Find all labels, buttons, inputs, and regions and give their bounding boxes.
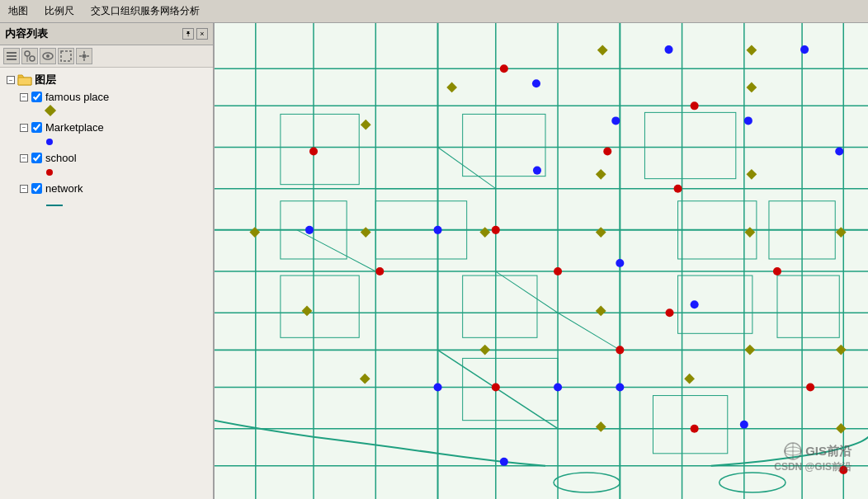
layer-row-network: − network	[17, 181, 213, 196]
svg-rect-14	[215, 23, 868, 499]
collapse-layers-button[interactable]: −	[7, 76, 15, 84]
menu-analysis[interactable]: 交叉口组织服务网络分析	[86, 2, 205, 20]
svg-rect-1	[7, 55, 17, 57]
close-icon: ×	[200, 30, 204, 38]
map-canvas	[215, 23, 868, 499]
options-icon[interactable]	[76, 48, 92, 64]
sidebar-controls: 🖈 ×	[182, 28, 208, 40]
collapse-icon-school: −	[22, 154, 26, 162]
svg-point-105	[773, 267, 781, 275]
svg-point-91	[691, 300, 699, 308]
svg-point-84	[532, 79, 540, 87]
svg-point-112	[603, 148, 611, 156]
menu-scale[interactable]: 比例尺	[40, 2, 79, 20]
collapse-school-button[interactable]: −	[20, 154, 28, 162]
layer-item-school: − school	[17, 150, 213, 181]
svg-point-109	[492, 384, 500, 392]
sidebar-title: 内容列表	[5, 26, 48, 41]
layer-row-marketplace: − Marketplace	[17, 120, 213, 135]
svg-point-101	[674, 185, 682, 193]
svg-point-9	[83, 54, 87, 59]
svg-point-106	[666, 308, 674, 317]
svg-point-99	[691, 101, 699, 110]
layer-name-network: network	[45, 182, 83, 195]
svg-point-96	[554, 384, 562, 392]
collapse-network-button[interactable]: −	[20, 185, 28, 193]
svg-point-107	[806, 384, 814, 392]
group-label-layers: 图层	[35, 73, 56, 87]
svg-point-93	[616, 384, 624, 392]
list-by-source-icon[interactable]	[21, 48, 38, 64]
svg-point-100	[309, 148, 318, 156]
svg-point-110	[839, 466, 847, 474]
svg-point-102	[492, 226, 500, 234]
sidebar-toolbar	[0, 45, 213, 68]
top-bar: 地图 比例尺 交叉口组织服务网络分析	[0, 0, 868, 23]
layer-row-school: − school	[17, 150, 213, 166]
svg-point-95	[434, 384, 442, 392]
svg-point-88	[533, 167, 541, 175]
layer-item-network: − network	[17, 181, 213, 211]
close-button[interactable]: ×	[196, 28, 208, 40]
svg-point-86	[744, 116, 752, 125]
svg-point-108	[616, 346, 624, 354]
svg-rect-8	[61, 51, 71, 61]
svg-point-89	[434, 226, 442, 234]
collapse-icon: −	[9, 77, 13, 84]
svg-point-97	[500, 458, 508, 466]
symbol-famous-place	[45, 105, 56, 116]
layer-checkbox-network[interactable]	[31, 183, 42, 194]
svg-point-94	[740, 421, 748, 429]
svg-point-3	[25, 51, 30, 56]
symbol-row-marketplace	[17, 135, 213, 150]
pin-icon: 🖈	[185, 30, 192, 38]
folder-icon	[17, 73, 32, 87]
svg-point-85	[611, 116, 620, 125]
layer-item-famous-place: − famous place	[17, 89, 213, 120]
layer-name-marketplace: Marketplace	[45, 121, 104, 134]
layer-checkbox-marketplace[interactable]	[31, 122, 42, 133]
collapse-icon-famous-place: −	[22, 93, 26, 101]
svg-point-87	[835, 148, 843, 156]
sidebar: 内容列表 🖈 ×	[0, 23, 215, 499]
svg-rect-0	[7, 52, 17, 54]
main-layout: 内容列表 🖈 ×	[0, 23, 868, 499]
sidebar-header: 内容列表 🖈 ×	[0, 23, 213, 45]
list-by-selection-icon[interactable]	[58, 48, 74, 64]
menu-map[interactable]: 地图	[3, 2, 33, 20]
symbol-school	[46, 169, 53, 176]
list-by-visibility-icon[interactable]	[40, 48, 56, 64]
collapse-marketplace-button[interactable]: −	[20, 124, 28, 132]
list-by-drawing-order-icon[interactable]	[3, 48, 20, 64]
svg-point-111	[691, 425, 699, 433]
toc-group-layers: − 图层 −	[0, 71, 213, 211]
svg-point-103	[554, 267, 562, 275]
symbol-marketplace	[46, 139, 53, 145]
symbol-network	[46, 205, 63, 206]
layer-checkbox-famous-place[interactable]	[31, 92, 42, 102]
collapse-icon-marketplace: −	[22, 124, 26, 131]
svg-point-4	[30, 56, 35, 61]
layer-item-marketplace: − Marketplace	[17, 120, 213, 150]
collapse-famous-place-button[interactable]: −	[20, 93, 28, 101]
group-header-layers[interactable]: − 图层	[3, 71, 213, 89]
svg-point-90	[616, 259, 624, 267]
layer-row-famous-place: − famous place	[17, 89, 213, 105]
symbol-row-network	[17, 196, 213, 211]
toc-layers-list: − famous place −	[3, 89, 213, 211]
symbol-row-famous-place	[17, 105, 213, 120]
collapse-icon-network: −	[22, 185, 26, 192]
svg-point-7	[46, 54, 50, 58]
symbol-row-school	[17, 166, 213, 181]
svg-rect-2	[7, 59, 17, 60]
svg-point-104	[375, 267, 384, 275]
map-area[interactable]: GIS前沿 CSDN @GIS前沿	[215, 23, 868, 499]
toc-content: − 图层 −	[0, 68, 213, 499]
layer-checkbox-school[interactable]	[31, 153, 42, 163]
svg-point-83	[800, 45, 809, 54]
layer-name-famous-place: famous place	[45, 91, 109, 103]
svg-point-92	[305, 226, 314, 234]
svg-point-98	[500, 64, 508, 73]
layer-name-school: school	[45, 152, 77, 164]
pin-button[interactable]: 🖈	[182, 28, 194, 40]
